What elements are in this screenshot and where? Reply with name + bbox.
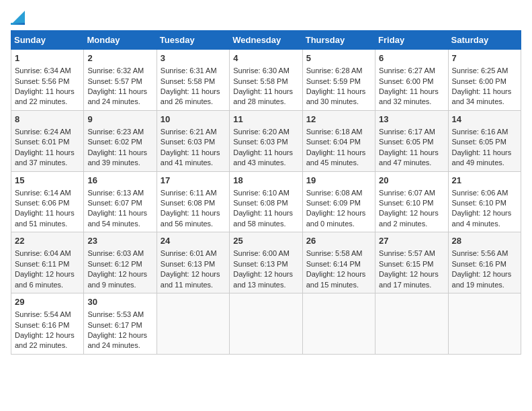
- daylight-text: Daylight: 11 hours and 47 minutes.: [379, 148, 439, 167]
- sunset-text: Sunset: 6:08 PM: [161, 199, 215, 207]
- day-number: 22: [15, 235, 80, 247]
- logo-underline: [11, 23, 25, 25]
- daylight-text: Daylight: 12 hours and 0 minutes.: [306, 209, 366, 227]
- calendar-cell: 1Sunrise: 6:34 AMSunset: 5:56 PMDaylight…: [11, 50, 84, 111]
- sunset-text: Sunset: 6:02 PM: [87, 138, 142, 146]
- sunset-text: Sunset: 5:57 PM: [87, 77, 142, 85]
- sunrise-text: Sunrise: 6:10 AM: [233, 189, 290, 197]
- column-header-monday: Monday: [84, 31, 157, 50]
- day-number: 14: [452, 113, 517, 126]
- sunset-text: Sunset: 6:11 PM: [15, 260, 69, 268]
- calendar-week-row: 22Sunrise: 6:04 AMSunset: 6:11 PMDayligh…: [11, 232, 521, 293]
- calendar-cell: 4Sunrise: 6:30 AMSunset: 5:58 PMDaylight…: [230, 50, 302, 111]
- calendar-table: SundayMondayTuesdayWednesdayThursdayFrid…: [11, 30, 521, 355]
- day-number: 18: [233, 175, 298, 187]
- daylight-text: Daylight: 11 hours and 32 minutes.: [379, 87, 439, 105]
- daylight-text: Daylight: 12 hours and 11 minutes.: [161, 270, 220, 288]
- daylight-text: Daylight: 11 hours and 22 minutes.: [15, 87, 75, 105]
- daylight-text: Daylight: 11 hours and 30 minutes.: [306, 87, 366, 105]
- calendar-cell: 21Sunrise: 6:06 AMSunset: 6:10 PMDayligh…: [448, 171, 521, 232]
- day-number: 12: [306, 113, 371, 126]
- daylight-text: Daylight: 11 hours and 43 minutes.: [233, 148, 293, 167]
- sunrise-text: Sunrise: 6:01 AM: [161, 249, 217, 257]
- calendar-cell: 14Sunrise: 6:16 AMSunset: 6:05 PMDayligh…: [448, 110, 521, 171]
- sunset-text: Sunset: 5:59 PM: [306, 77, 361, 85]
- daylight-text: Daylight: 11 hours and 34 minutes.: [452, 87, 512, 105]
- sunrise-text: Sunrise: 5:53 AM: [87, 310, 144, 318]
- calendar-cell: [302, 293, 375, 355]
- sunrise-text: Sunrise: 6:13 AM: [87, 189, 144, 197]
- calendar-cell: 13Sunrise: 6:17 AMSunset: 6:05 PMDayligh…: [375, 110, 448, 171]
- sunrise-text: Sunrise: 6:32 AM: [87, 66, 144, 75]
- sunset-text: Sunset: 5:58 PM: [161, 77, 215, 85]
- day-number: 24: [161, 235, 226, 247]
- calendar-cell: 12Sunrise: 6:18 AMSunset: 6:04 PMDayligh…: [302, 110, 375, 171]
- sunrise-text: Sunrise: 6:11 AM: [161, 189, 217, 197]
- daylight-text: Daylight: 12 hours and 6 minutes.: [15, 270, 75, 288]
- sunrise-text: Sunrise: 6:28 AM: [306, 66, 363, 75]
- sunset-text: Sunset: 6:14 PM: [306, 260, 361, 268]
- sunrise-text: Sunrise: 6:07 AM: [379, 189, 435, 197]
- column-header-thursday: Thursday: [302, 31, 375, 50]
- calendar-week-row: 8Sunrise: 6:24 AMSunset: 6:01 PMDaylight…: [11, 110, 521, 171]
- sunset-text: Sunset: 6:01 PM: [15, 138, 69, 146]
- daylight-text: Daylight: 11 hours and 41 minutes.: [161, 148, 220, 167]
- calendar-cell: 7Sunrise: 6:25 AMSunset: 6:00 PMDaylight…: [448, 50, 521, 111]
- calendar-cell: 9Sunrise: 6:23 AMSunset: 6:02 PMDaylight…: [84, 110, 157, 171]
- sunrise-text: Sunrise: 6:23 AM: [87, 128, 144, 136]
- daylight-text: Daylight: 12 hours and 15 minutes.: [306, 270, 366, 288]
- sunset-text: Sunset: 6:16 PM: [15, 321, 69, 329]
- sunset-text: Sunset: 6:09 PM: [306, 199, 361, 207]
- sunrise-text: Sunrise: 6:08 AM: [306, 189, 363, 197]
- calendar-cell: 11Sunrise: 6:20 AMSunset: 6:03 PMDayligh…: [230, 110, 302, 171]
- daylight-text: Daylight: 12 hours and 19 minutes.: [452, 270, 512, 288]
- sunset-text: Sunset: 6:00 PM: [379, 77, 433, 85]
- calendar-week-row: 29Sunrise: 5:54 AMSunset: 6:16 PMDayligh…: [11, 293, 521, 355]
- sunset-text: Sunset: 5:58 PM: [233, 77, 287, 85]
- calendar-cell: 8Sunrise: 6:24 AMSunset: 6:01 PMDaylight…: [11, 110, 84, 171]
- column-header-tuesday: Tuesday: [157, 31, 229, 50]
- sunset-text: Sunset: 6:12 PM: [87, 260, 142, 268]
- calendar-cell: 15Sunrise: 6:14 AMSunset: 6:06 PMDayligh…: [11, 171, 84, 232]
- day-number: 4: [233, 52, 298, 64]
- daylight-text: Daylight: 11 hours and 45 minutes.: [306, 148, 366, 167]
- column-header-sunday: Sunday: [11, 31, 84, 50]
- day-number: 21: [452, 175, 517, 187]
- sunset-text: Sunset: 6:00 PM: [452, 77, 506, 85]
- day-number: 6: [379, 52, 444, 64]
- calendar-cell: 28Sunrise: 5:56 AMSunset: 6:16 PMDayligh…: [448, 232, 521, 293]
- day-number: 17: [161, 175, 226, 187]
- calendar-cell: 29Sunrise: 5:54 AMSunset: 6:16 PMDayligh…: [11, 293, 84, 355]
- sunrise-text: Sunrise: 6:31 AM: [161, 66, 217, 75]
- calendar-cell: 16Sunrise: 6:13 AMSunset: 6:07 PMDayligh…: [84, 171, 157, 232]
- calendar-cell: 27Sunrise: 5:57 AMSunset: 6:15 PMDayligh…: [375, 232, 448, 293]
- day-number: 5: [306, 52, 371, 64]
- sunset-text: Sunset: 6:17 PM: [87, 321, 142, 329]
- day-number: 10: [161, 113, 226, 126]
- sunrise-text: Sunrise: 6:20 AM: [233, 128, 290, 136]
- sunrise-text: Sunrise: 5:54 AM: [15, 310, 71, 318]
- day-number: 29: [15, 296, 80, 308]
- daylight-text: Daylight: 11 hours and 58 minutes.: [233, 209, 293, 227]
- sunset-text: Sunset: 6:15 PM: [379, 260, 433, 268]
- column-header-wednesday: Wednesday: [230, 31, 302, 50]
- day-number: 16: [87, 175, 152, 187]
- column-header-saturday: Saturday: [448, 31, 521, 50]
- logo: [11, 11, 25, 25]
- sunrise-text: Sunrise: 6:18 AM: [306, 128, 363, 136]
- sunrise-text: Sunrise: 5:56 AM: [452, 249, 508, 257]
- daylight-text: Daylight: 12 hours and 9 minutes.: [87, 270, 147, 288]
- calendar-cell: 26Sunrise: 5:58 AMSunset: 6:14 PMDayligh…: [302, 232, 375, 293]
- day-number: 28: [452, 235, 517, 247]
- sunset-text: Sunset: 6:06 PM: [15, 199, 69, 207]
- column-header-friday: Friday: [375, 31, 448, 50]
- sunset-text: Sunset: 6:07 PM: [87, 199, 142, 207]
- day-number: 23: [87, 235, 152, 247]
- day-number: 2: [87, 52, 152, 64]
- sunset-text: Sunset: 6:04 PM: [306, 138, 361, 146]
- day-number: 9: [87, 113, 152, 126]
- day-number: 3: [161, 52, 226, 64]
- calendar-cell: 20Sunrise: 6:07 AMSunset: 6:10 PMDayligh…: [375, 171, 448, 232]
- calendar-cell: 25Sunrise: 6:00 AMSunset: 6:13 PMDayligh…: [230, 232, 302, 293]
- daylight-text: Daylight: 11 hours and 28 minutes.: [233, 87, 293, 105]
